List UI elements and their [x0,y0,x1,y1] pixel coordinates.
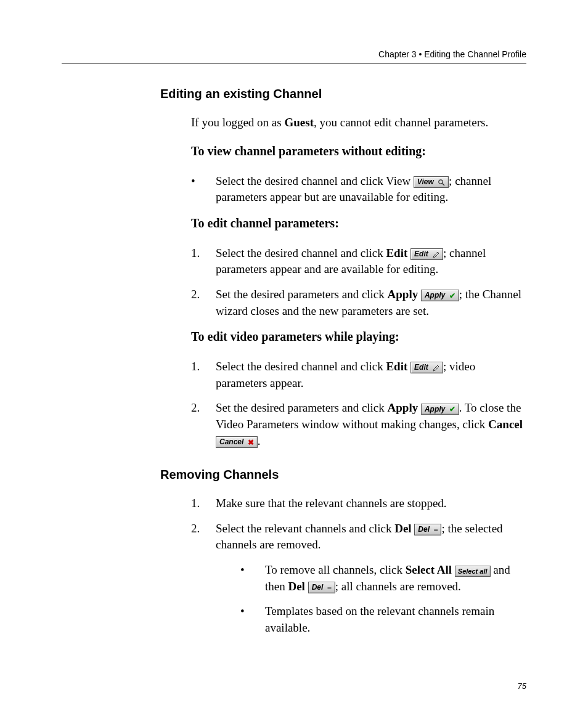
bullet-marker: • [240,603,265,636]
list-text: Make sure that the relevant channels are… [216,495,526,512]
cancel-button[interactable]: Cancel ✖ [216,436,258,448]
number-marker: 2. [191,400,216,449]
header-chapter: Chapter 3 [378,49,416,59]
subheading-edit-parameters: To edit channel parameters: [191,214,526,232]
apply-button[interactable]: Apply ✔ [421,290,459,301]
checkmark-icon: ✔ [449,405,455,413]
pencil-icon [432,250,439,259]
bullet-marker: • [240,562,265,595]
number-marker: 2. [191,521,216,645]
page-header: Chapter 3 • Editing the Channel Profile [62,49,526,63]
magnifier-icon [438,178,445,187]
list-item: 1. Make sure that the relevant channels … [191,495,526,512]
page-number: 75 [62,681,526,691]
list-item: 2. Set the desired parameters and click … [191,400,526,449]
section-body: 1. Make sure that the relevant channels … [191,495,526,645]
pencil-icon [432,364,439,372]
del-button[interactable]: Del − [308,582,335,593]
list-item: 1. Select the desired channel and click … [191,245,526,278]
list-item: • To remove all channels, click Select A… [240,562,526,595]
subheading-view-parameters: To view channel parameters without editi… [191,142,526,160]
checkmark-icon: ✔ [449,291,455,300]
list-item: • Templates based on the relevant channe… [240,603,526,636]
select-all-button[interactable]: Select all [455,566,491,577]
minus-icon: − [327,584,332,592]
del-button[interactable]: Del − [414,524,441,535]
number-marker: 2. [191,287,216,319]
edit-button[interactable]: Edit [410,248,443,260]
bullet-marker: • [191,173,216,206]
number-marker: 1. [191,245,216,278]
header-separator: • [419,49,422,59]
header-title: Editing the Channel Profile [424,49,526,59]
heading-editing-existing-channel: Editing an existing Channel [160,87,526,101]
svg-line-1 [443,184,445,186]
heading-removing-channels: Removing Channels [160,468,526,482]
list-item: 2. Select the relevant channels and clic… [191,521,526,645]
text-guest: Guest [284,116,314,129]
section-body: If you logged on as Guest, you cannot ed… [191,115,526,449]
document-page: Chapter 3 • Editing the Channel Profile … [0,0,588,715]
number-marker: 1. [191,359,216,391]
list-item: 2. Set the desired parameters and click … [191,287,526,319]
view-button[interactable]: View [414,176,449,188]
x-icon: ✖ [248,438,254,447]
subheading-edit-video: To edit video parameters while playing: [191,328,526,345]
sub-list: • To remove all channels, click Select A… [240,562,526,636]
list-text: Templates based on the relevant channels… [265,603,526,636]
apply-button[interactable]: Apply ✔ [421,404,459,415]
number-marker: 1. [191,495,216,512]
list-item: 1. Select the desired channel and click … [191,359,526,391]
minus-icon: − [433,526,438,534]
list-item: • Select the desired channel and click V… [191,173,526,206]
intro-paragraph: If you logged on as Guest, you cannot ed… [191,115,526,131]
edit-button[interactable]: Edit [410,362,443,373]
svg-point-0 [439,180,443,184]
